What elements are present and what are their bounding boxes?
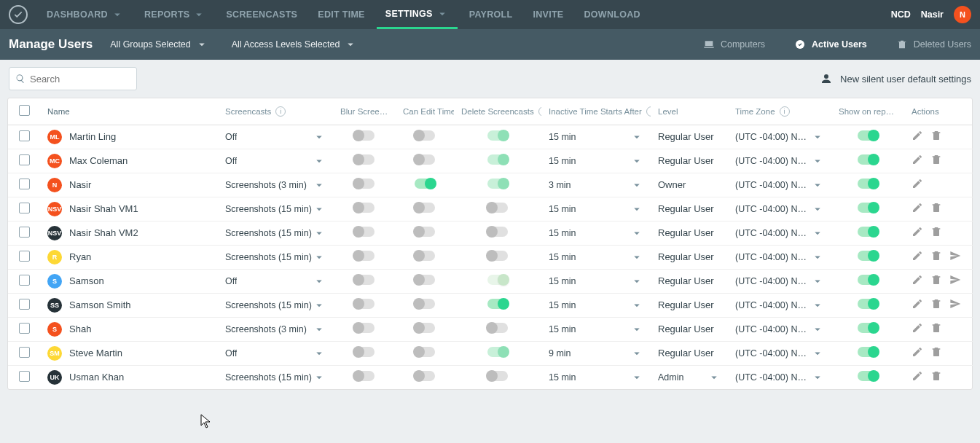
- screencasts-select[interactable]: Screenshots (3 min): [225, 179, 326, 192]
- action-send[interactable]: [949, 298, 961, 312]
- user-name[interactable]: Usman Khan: [69, 372, 124, 383]
- screencasts-select[interactable]: Screenshots (15 min): [225, 299, 326, 312]
- toggle-switch[interactable]: [858, 275, 878, 285]
- inactive-select[interactable]: 15 min: [549, 130, 643, 144]
- search-input[interactable]: [30, 74, 130, 85]
- toggle-switch[interactable]: [858, 347, 878, 357]
- toggle-switch[interactable]: [354, 275, 375, 285]
- screencasts-select[interactable]: Off: [225, 347, 326, 360]
- screencasts-select[interactable]: Screenshots (15 min): [225, 251, 326, 264]
- toggle-switch[interactable]: [487, 203, 508, 213]
- toggle-switch[interactable]: [354, 347, 375, 357]
- action-delete[interactable]: [930, 130, 942, 144]
- toggle-switch[interactable]: [487, 251, 508, 261]
- timezone-select[interactable]: (UTC -04:00) New Y...: [735, 154, 824, 168]
- inactive-select[interactable]: 15 min: [549, 227, 643, 240]
- timezone-select[interactable]: (UTC -04:00) New Y...: [735, 203, 824, 216]
- filter-access[interactable]: All Access Levels Selected: [232, 38, 358, 51]
- action-delete[interactable]: [930, 226, 942, 240]
- action-delete[interactable]: [930, 322, 942, 336]
- action-edit[interactable]: [912, 154, 923, 168]
- screencasts-select[interactable]: Off: [225, 154, 326, 168]
- row-checkbox[interactable]: [19, 179, 30, 189]
- timezone-select[interactable]: (UTC -04:00) New Y...: [735, 275, 824, 288]
- inactive-select[interactable]: 15 min: [549, 371, 643, 384]
- toggle-switch[interactable]: [415, 323, 435, 333]
- action-delete[interactable]: [930, 274, 942, 288]
- toggle-switch[interactable]: [415, 130, 435, 141]
- action-delete[interactable]: [930, 346, 942, 360]
- user-label[interactable]: Nasir: [921, 9, 944, 20]
- search-input-wrap[interactable]: [9, 67, 137, 90]
- tab-computers[interactable]: Computers: [703, 39, 765, 50]
- toggle-switch[interactable]: [354, 323, 375, 333]
- toggle-switch[interactable]: [354, 371, 375, 381]
- screencasts-select[interactable]: Screenshots (15 min): [225, 227, 326, 240]
- toggle-switch[interactable]: [858, 203, 878, 213]
- action-edit[interactable]: [912, 346, 923, 360]
- toggle-switch[interactable]: [487, 130, 508, 141]
- toggle-switch[interactable]: [487, 347, 508, 357]
- row-checkbox[interactable]: [19, 130, 30, 141]
- timezone-select[interactable]: (UTC -04:00) New Y...: [735, 130, 824, 144]
- inactive-select[interactable]: 9 min: [549, 347, 643, 360]
- row-checkbox[interactable]: [19, 275, 30, 286]
- nav-reports[interactable]: REPORTS: [136, 0, 215, 29]
- timezone-select[interactable]: (UTC -04:00) New Y...: [735, 227, 824, 240]
- row-checkbox[interactable]: [19, 323, 30, 334]
- inactive-select[interactable]: 15 min: [549, 251, 643, 264]
- toggle-switch[interactable]: [858, 299, 878, 309]
- row-checkbox[interactable]: [19, 203, 30, 213]
- nav-invite[interactable]: INVITE: [524, 0, 572, 29]
- user-name[interactable]: Nasir Shah VM2: [69, 227, 138, 238]
- toggle-switch[interactable]: [487, 323, 508, 333]
- info-icon[interactable]: i: [538, 106, 541, 117]
- toggle-switch[interactable]: [415, 227, 435, 237]
- tab-active-users[interactable]: Active Users: [794, 39, 867, 50]
- action-edit[interactable]: [912, 322, 923, 336]
- toggle-switch[interactable]: [354, 299, 375, 309]
- filter-groups[interactable]: All Groups Selected: [110, 38, 208, 51]
- toggle-switch[interactable]: [415, 299, 435, 309]
- toggle-switch[interactable]: [858, 130, 878, 141]
- row-checkbox[interactable]: [19, 371, 30, 382]
- action-edit[interactable]: [912, 250, 923, 264]
- col-name[interactable]: Name: [40, 98, 218, 125]
- info-icon[interactable]: i: [780, 106, 790, 117]
- toggle-switch[interactable]: [354, 154, 375, 165]
- action-delete[interactable]: [930, 250, 942, 264]
- timezone-select[interactable]: (UTC -04:00) New Y...: [735, 179, 824, 192]
- toggle-switch[interactable]: [487, 179, 508, 189]
- toggle-switch[interactable]: [487, 299, 508, 309]
- user-name[interactable]: Samson Smith: [69, 299, 131, 310]
- user-avatar[interactable]: N: [954, 6, 971, 23]
- screencasts-select[interactable]: Off: [225, 130, 326, 144]
- action-edit[interactable]: [912, 130, 923, 144]
- toggle-switch[interactable]: [858, 323, 878, 333]
- user-name[interactable]: Nasir: [69, 179, 91, 190]
- timezone-select[interactable]: (UTC -04:00) New Y...: [735, 251, 824, 264]
- timezone-select[interactable]: (UTC -04:00) New Y...: [735, 323, 824, 336]
- toggle-switch[interactable]: [415, 347, 435, 357]
- toggle-switch[interactable]: [415, 371, 435, 381]
- action-send[interactable]: [949, 274, 961, 288]
- nav-settings[interactable]: SETTINGS: [377, 0, 458, 29]
- row-checkbox[interactable]: [19, 251, 30, 262]
- user-name[interactable]: Max Coleman: [69, 155, 128, 166]
- level-select[interactable]: Admin: [658, 371, 721, 384]
- row-checkbox[interactable]: [19, 154, 30, 165]
- toggle-switch[interactable]: [354, 227, 375, 237]
- toggle-switch[interactable]: [487, 275, 508, 285]
- action-delete[interactable]: [930, 202, 942, 216]
- toggle-switch[interactable]: [415, 275, 435, 285]
- user-name[interactable]: Martin Ling: [69, 131, 116, 142]
- info-icon[interactable]: i: [275, 106, 286, 117]
- user-name[interactable]: Samson: [69, 275, 104, 286]
- toggle-switch[interactable]: [415, 251, 435, 261]
- toggle-switch[interactable]: [858, 227, 878, 237]
- tab-deleted-users[interactable]: Deleted Users: [896, 39, 971, 50]
- action-edit[interactable]: [912, 178, 923, 192]
- nav-download[interactable]: DOWNLOAD: [576, 0, 649, 29]
- action-edit[interactable]: [912, 370, 923, 384]
- action-edit[interactable]: [912, 274, 923, 288]
